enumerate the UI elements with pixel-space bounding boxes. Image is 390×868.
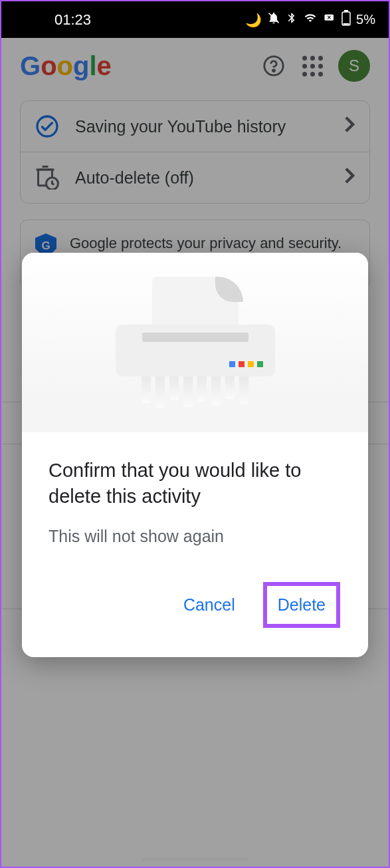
status-bar: 01:23 🌙 ✕ 5%	[1, 1, 389, 38]
nav-handle[interactable]	[142, 857, 248, 861]
battery-icon	[341, 10, 351, 29]
dialog-title: Confirm that you would like to delete th…	[49, 458, 341, 509]
delete-button[interactable]: Delete	[278, 595, 326, 615]
svg-rect-4	[344, 10, 348, 12]
bell-off-icon	[267, 11, 280, 28]
battery-saver-icon: ✕	[323, 12, 336, 27]
svg-text:✕: ✕	[327, 15, 332, 21]
moon-icon: 🌙	[245, 12, 262, 28]
status-icons: 🌙 ✕ 5%	[245, 10, 375, 29]
confirm-delete-dialog: Confirm that you would like to delete th…	[22, 253, 368, 657]
battery-percent: 5%	[356, 12, 375, 27]
dialog-subtitle: This will not show again	[49, 527, 341, 546]
bluetooth-icon	[286, 11, 298, 28]
cancel-button[interactable]: Cancel	[174, 589, 244, 621]
delete-button-highlight: Delete	[263, 582, 340, 628]
svg-rect-5	[343, 23, 349, 25]
status-time: 01:23	[15, 11, 91, 29]
wifi-icon	[303, 12, 318, 27]
shredder-illustration	[22, 253, 368, 432]
